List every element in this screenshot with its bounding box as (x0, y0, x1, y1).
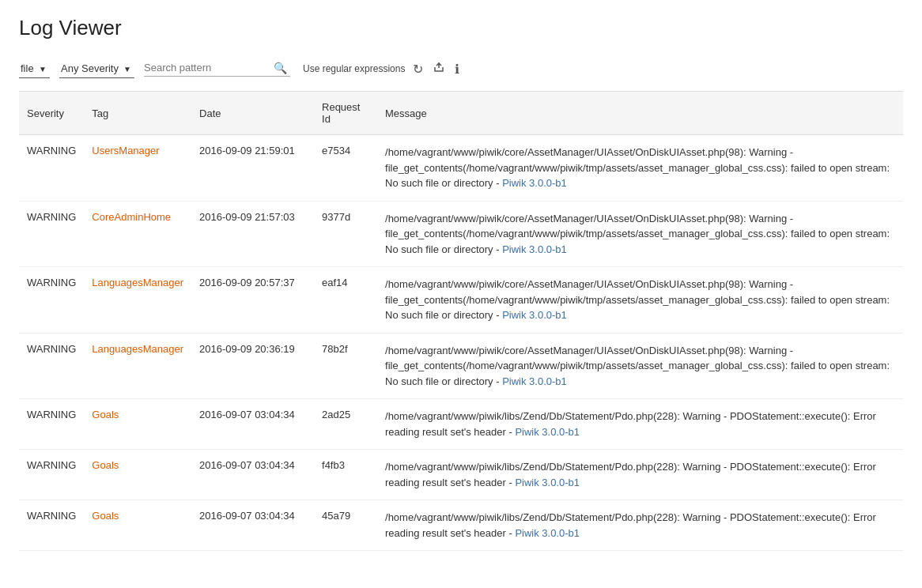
main-container: Log Viewer file ▼ Any Severity DEBUG INF… (0, 0, 922, 567)
col-header-severity: Severity (19, 92, 84, 135)
message-version-link[interactable]: Piwik 3.0.0-b1 (502, 243, 567, 255)
request-id-cell: 2ad25 (314, 399, 377, 450)
tag-link[interactable]: UsersManager (92, 145, 159, 156)
message-cell: /home/vagrant/www/piwik/libs/Zend/Db/Sta… (377, 450, 903, 500)
table-row: WARNINGUsersManager2016-09-09 21:59:01e7… (19, 135, 903, 202)
message-cell: /home/vagrant/www/piwik/libs/Zend/Db/Sta… (377, 399, 903, 450)
search-icon: 🔍 (274, 62, 287, 74)
message-version-link[interactable]: Piwik 3.0.0-b1 (515, 527, 580, 539)
severity-cell: WARNING (19, 135, 84, 202)
info-button[interactable]: ℹ (453, 60, 461, 78)
col-header-message: Message (377, 92, 903, 135)
request-id-cell: 78b2f (314, 333, 377, 399)
severity-cell: WARNING (19, 450, 84, 500)
date-cell: 2016-09-09 20:57:37 (191, 267, 314, 334)
request-id-cell: e7534 (314, 135, 377, 202)
toolbar-actions: Use regular expressions ↻ ℹ (303, 59, 461, 78)
table-row: WARNINGLanguagesManager2016-09-09 20:57:… (19, 267, 903, 334)
table-row: WARNINGLanguagesManager2016-09-09 20:36:… (19, 333, 903, 399)
log-table: Severity Tag Date Request Id Message WAR… (19, 92, 903, 551)
message-cell: /home/vagrant/www/piwik/core/AssetManage… (377, 267, 903, 334)
log-table-wrapper: Severity Tag Date Request Id Message WAR… (19, 92, 903, 551)
message-version-link[interactable]: Piwik 3.0.0-b1 (515, 426, 580, 438)
message-version-link[interactable]: Piwik 3.0.0-b1 (502, 375, 567, 387)
table-row: WARNINGGoals2016-09-07 03:04:342ad25/hom… (19, 399, 903, 450)
page-title: Log Viewer (19, 16, 903, 40)
col-header-request-id: Request Id (314, 92, 377, 135)
severity-cell: WARNING (19, 267, 84, 334)
date-cell: 2016-09-07 03:04:34 (191, 500, 314, 551)
tag-cell: UsersManager (84, 135, 191, 202)
date-cell: 2016-09-07 03:04:34 (191, 450, 314, 500)
severity-select[interactable]: Any Severity DEBUG INFO WARNING ERROR (59, 59, 134, 78)
tag-link[interactable]: Goals (92, 409, 119, 420)
date-cell: 2016-09-09 21:57:03 (191, 201, 314, 267)
message-version-link[interactable]: Piwik 3.0.0-b1 (515, 477, 580, 488)
file-select[interactable]: file (19, 59, 50, 78)
tag-link[interactable]: CoreAdminHome (92, 211, 171, 223)
request-id-cell: f4fb3 (314, 450, 377, 500)
refresh-button[interactable]: ↻ (411, 60, 425, 78)
request-id-cell: 9377d (314, 201, 377, 267)
message-version-link[interactable]: Piwik 3.0.0-b1 (502, 309, 567, 321)
file-select-wrapper: file ▼ (19, 59, 50, 78)
tag-cell: Goals (84, 399, 191, 450)
message-cell: /home/vagrant/www/piwik/core/AssetManage… (377, 333, 903, 399)
tag-cell: Goals (84, 500, 191, 551)
export-button[interactable] (431, 59, 447, 78)
col-header-date: Date (191, 92, 314, 135)
message-cell: /home/vagrant/www/piwik/core/AssetManage… (377, 135, 903, 202)
table-row: WARNINGGoals2016-09-07 03:04:3445a79/hom… (19, 500, 903, 551)
table-row: WARNINGCoreAdminHome2016-09-09 21:57:039… (19, 201, 903, 267)
message-version-link[interactable]: Piwik 3.0.0-b1 (502, 177, 567, 189)
severity-cell: WARNING (19, 333, 84, 399)
tag-link[interactable]: Goals (92, 510, 119, 522)
date-cell: 2016-09-09 21:59:01 (191, 135, 314, 202)
table-header-row: Severity Tag Date Request Id Message (19, 92, 903, 135)
message-cell: /home/vagrant/www/piwik/libs/Zend/Db/Sta… (377, 500, 903, 551)
search-input[interactable] (144, 62, 270, 74)
severity-select-wrapper: Any Severity DEBUG INFO WARNING ERROR ▼ (59, 59, 134, 78)
tag-cell: LanguagesManager (84, 267, 191, 334)
date-cell: 2016-09-07 03:04:34 (191, 399, 314, 450)
tag-cell: CoreAdminHome (84, 201, 191, 267)
toolbar: file ▼ Any Severity DEBUG INFO WARNING E… (19, 59, 903, 92)
tag-cell: Goals (84, 450, 191, 500)
severity-cell: WARNING (19, 201, 84, 267)
search-icon-button[interactable]: 🔍 (270, 62, 290, 74)
severity-cell: WARNING (19, 399, 84, 450)
export-icon (433, 62, 445, 76)
message-cell: /home/vagrant/www/piwik/core/AssetManage… (377, 201, 903, 267)
tag-link[interactable]: LanguagesManager (92, 277, 183, 288)
request-id-cell: 45a79 (314, 500, 377, 551)
severity-cell: WARNING (19, 500, 84, 551)
tag-link[interactable]: LanguagesManager (92, 343, 183, 355)
table-row: WARNINGGoals2016-09-07 03:04:34f4fb3/hom… (19, 450, 903, 500)
regex-label: Use regular expressions (303, 63, 405, 74)
tag-cell: LanguagesManager (84, 333, 191, 399)
refresh-icon: ↻ (413, 62, 423, 76)
tag-link[interactable]: Goals (92, 459, 119, 471)
request-id-cell: eaf14 (314, 267, 377, 334)
col-header-tag: Tag (84, 92, 191, 135)
date-cell: 2016-09-09 20:36:19 (191, 333, 314, 399)
search-wrapper: 🔍 (144, 62, 290, 77)
info-icon: ℹ (455, 62, 459, 76)
